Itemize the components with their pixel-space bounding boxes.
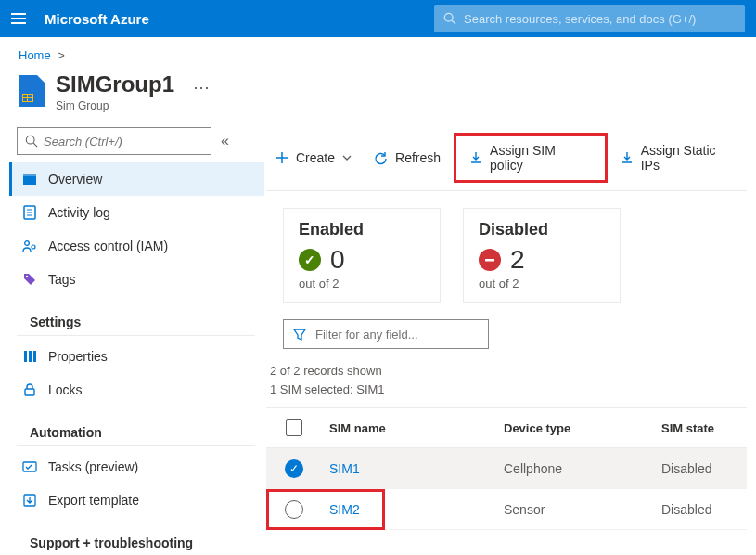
no-entry-icon <box>479 249 501 271</box>
svg-rect-13 <box>24 351 27 362</box>
sidebar-item-label: Activity log <box>48 205 110 220</box>
sidebar-item-export-template[interactable]: Export template <box>9 484 264 517</box>
create-button[interactable]: Create <box>266 145 361 171</box>
download-icon <box>469 151 482 164</box>
records-shown-label: 2 of 2 records shown <box>270 362 747 381</box>
sidebar: « Overview Activity log Access control (… <box>0 118 264 555</box>
overview-icon <box>22 172 37 187</box>
search-icon <box>443 12 456 25</box>
tags-icon <box>22 272 37 287</box>
sidebar-item-label: Overview <box>48 172 102 187</box>
assign-sim-policy-button[interactable]: Assign SIM policy <box>460 137 601 178</box>
access-control-icon <box>22 239 37 253</box>
disabled-count: 2 <box>510 245 525 275</box>
svg-rect-21 <box>485 259 494 262</box>
selected-label: 1 SIM selected: SIM1 <box>270 381 747 399</box>
sidebar-item-label: Properties <box>48 349 108 364</box>
breadcrumb: Home > <box>0 37 756 62</box>
section-settings: Settings <box>17 302 255 336</box>
brand-label: Microsoft Azure <box>45 11 149 27</box>
download-icon <box>621 151 634 164</box>
sim-link[interactable]: SIM2 <box>329 502 360 517</box>
disabled-outof: out of 2 <box>479 277 605 290</box>
device-type-value: Sensor <box>504 502 545 517</box>
collapse-sidebar-icon[interactable]: « <box>221 133 229 149</box>
top-bar: Microsoft Azure <box>0 0 756 37</box>
sidebar-item-label: Tasks (preview) <box>48 459 138 474</box>
sidebar-item-locks[interactable]: Locks <box>9 373 264 407</box>
svg-rect-16 <box>25 389 34 395</box>
more-actions-button[interactable]: ⋯ <box>193 77 210 97</box>
sim-link[interactable]: SIM1 <box>329 461 360 476</box>
menu-icon[interactable] <box>11 9 30 28</box>
svg-line-1 <box>452 20 455 24</box>
export-template-icon <box>22 493 37 508</box>
chevron-right-icon: > <box>58 48 65 62</box>
sidebar-item-overview[interactable]: Overview <box>9 162 264 196</box>
refresh-icon <box>374 151 388 165</box>
assign-static-ips-button[interactable]: Assign Static IPs <box>611 137 747 178</box>
check-circle-icon: ✓ <box>299 249 321 271</box>
svg-point-10 <box>25 241 30 246</box>
svg-rect-14 <box>29 351 32 362</box>
activity-log-icon <box>22 205 37 220</box>
filter-icon <box>293 328 306 341</box>
sidebar-item-activity-log[interactable]: Activity log <box>9 196 264 229</box>
sim-state-value: Disabled <box>661 461 711 476</box>
svg-rect-5 <box>23 174 36 176</box>
svg-rect-15 <box>33 351 36 362</box>
svg-line-3 <box>33 143 37 147</box>
section-support: Support + troubleshooting <box>17 523 255 555</box>
table-header: SIM name Device type SIM state <box>266 407 747 448</box>
breadcrumb-home[interactable]: Home <box>19 48 51 62</box>
sidebar-item-label: Tags <box>48 272 76 287</box>
svg-point-2 <box>26 136 34 144</box>
page-subtitle: Sim Group <box>56 99 174 112</box>
card-title: Enabled <box>299 220 425 239</box>
sidebar-item-access-control[interactable]: Access control (IAM) <box>9 229 264 263</box>
global-search-input[interactable] <box>464 12 736 26</box>
sidebar-item-properties[interactable]: Properties <box>9 340 264 373</box>
sidebar-item-label: Locks <box>48 382 83 397</box>
sidebar-search[interactable] <box>17 127 211 155</box>
enabled-count: 0 <box>330 245 345 275</box>
sidebar-item-label: Export template <box>48 493 139 508</box>
section-automation: Automation <box>17 412 255 446</box>
sim-table: SIM name Device type SIM state ✓ SIM1 Ce… <box>266 407 747 530</box>
svg-point-12 <box>26 276 28 278</box>
column-sim-name[interactable]: SIM name <box>322 421 496 435</box>
sim-state-value: Disabled <box>661 502 711 517</box>
device-type-value: Cellphone <box>504 461 562 476</box>
column-device-type[interactable]: Device type <box>496 421 654 435</box>
main-content: Create Refresh Assign SIM policy Assign … <box>264 118 756 555</box>
sidebar-item-tags[interactable]: Tags <box>9 263 264 296</box>
column-sim-state[interactable]: SIM state <box>654 421 747 435</box>
properties-icon <box>22 349 37 364</box>
global-search[interactable] <box>434 5 745 32</box>
svg-point-0 <box>444 13 453 21</box>
svg-point-11 <box>32 245 35 249</box>
refresh-button[interactable]: Refresh <box>365 145 450 171</box>
sidebar-item-tasks[interactable]: Tasks (preview) <box>9 450 264 484</box>
sidebar-search-input[interactable] <box>44 135 203 148</box>
row-select-radio[interactable] <box>285 500 303 519</box>
disabled-card: Disabled 2 out of 2 <box>463 208 621 303</box>
plus-icon <box>275 151 288 164</box>
row-selected-icon[interactable]: ✓ <box>285 459 303 478</box>
simgroup-icon <box>19 75 45 107</box>
chevron-down-icon <box>342 153 352 162</box>
sidebar-item-label: Access control (IAM) <box>48 239 168 253</box>
select-all-checkbox[interactable] <box>286 419 302 436</box>
filter-input[interactable] <box>315 328 479 342</box>
toolbar: Create Refresh Assign SIM policy Assign … <box>266 123 747 191</box>
page-title: SIMGroup1 <box>56 71 174 97</box>
table-row[interactable]: SIM2 Sensor Disabled <box>266 489 747 530</box>
page-header: SIMGroup1 Sim Group ⋯ <box>0 62 756 118</box>
tasks-icon <box>22 459 37 474</box>
search-icon <box>25 135 38 148</box>
filter-box[interactable] <box>283 319 489 349</box>
card-title: Disabled <box>479 220 605 239</box>
locks-icon <box>22 382 37 397</box>
table-row[interactable]: ✓ SIM1 Cellphone Disabled <box>266 448 747 489</box>
enabled-card: Enabled ✓ 0 out of 2 <box>283 208 441 303</box>
